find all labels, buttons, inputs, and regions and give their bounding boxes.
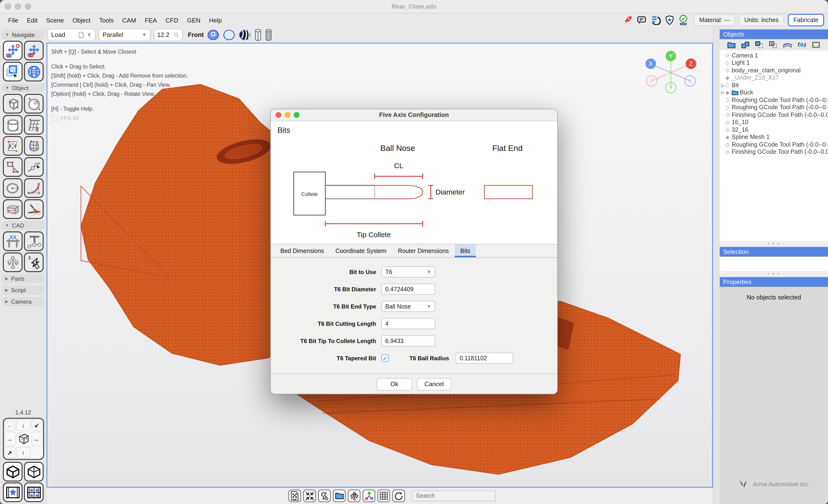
visibility-diamond-icon[interactable]: ◇ <box>726 67 732 74</box>
object-item[interactable]: ◈_Under_Z10_X17 <box>720 74 828 81</box>
cancel-button[interactable]: Cancel <box>417 378 451 390</box>
visibility-diamond-icon[interactable]: ◇ <box>726 97 732 103</box>
duplicate-icon[interactable] <box>755 41 763 48</box>
primitive-shapes-tool-button[interactable] <box>3 157 23 177</box>
tab-bed-dimensions[interactable]: Bed Dimensions <box>275 244 330 257</box>
quad-view-button[interactable] <box>24 482 44 502</box>
visibility-diamond-icon[interactable]: ◇ <box>726 149 732 155</box>
cylinder-tool-button[interactable] <box>3 115 23 135</box>
expander-icon[interactable]: ▷ <box>721 83 726 88</box>
properties-panel-header[interactable]: Properties <box>720 277 828 287</box>
object-item[interactable]: ◇Camera 1 <box>720 52 828 59</box>
polyline-edit-tool-button[interactable] <box>24 157 44 177</box>
reload-list-icon[interactable] <box>651 15 661 25</box>
menu-item-gen[interactable]: GEN <box>182 16 205 24</box>
marquee-select-tool-button[interactable] <box>3 62 23 81</box>
menu-item-file[interactable]: File <box>4 16 23 24</box>
cylinder-solid-icon[interactable] <box>265 29 272 41</box>
shaded-view-icon[interactable] <box>207 29 219 40</box>
window-titlebar[interactable]: Rear_Clam.ads <box>0 0 828 13</box>
visibility-diamond-icon[interactable]: ◇ <box>726 60 732 66</box>
grid-plane-tool-button[interactable] <box>24 115 44 135</box>
view-down-left-arrow[interactable]: ↙ <box>31 419 42 431</box>
single-view-button[interactable] <box>3 482 23 502</box>
mirror-disabled-button[interactable] <box>348 490 360 502</box>
object-item[interactable]: ◇body_rear_clam_origional <box>720 67 828 74</box>
object-item[interactable]: ◇Finishing GCode Tool Path (-0.0--0.0) <box>720 111 828 119</box>
refresh-button[interactable] <box>392 490 405 502</box>
fabricate-button[interactable]: Fabricate <box>788 14 824 26</box>
box-tool-button[interactable] <box>3 94 23 114</box>
visibility-diamond-icon[interactable]: ◇ <box>726 127 732 133</box>
tab-coordinate-system[interactable]: Coordinate System <box>330 244 392 257</box>
menu-item-object[interactable]: Object <box>68 16 95 24</box>
surface-roller-5-tool-button[interactable]: 5 <box>24 252 44 272</box>
visibility-diamond-icon[interactable]: ◇ <box>726 119 732 126</box>
visibility-diamond-icon[interactable]: ◈ <box>726 134 732 140</box>
menu-item-fea[interactable]: FEA <box>140 16 161 24</box>
view-left2-arrow[interactable]: ← <box>31 432 42 446</box>
comments-icon[interactable] <box>637 15 647 25</box>
view-up-arrow[interactable]: ↑ <box>16 447 31 459</box>
menu-item-help[interactable]: Help <box>205 16 226 24</box>
ball-radius-input[interactable] <box>456 352 513 364</box>
camera-object-tool-button[interactable] <box>3 199 23 219</box>
center-view-button[interactable] <box>303 490 316 502</box>
dialog-titlebar[interactable]: Five Axis Configuration <box>271 109 557 121</box>
visibility-diamond-icon[interactable]: ◇ <box>726 141 732 148</box>
minimize-window-icon[interactable] <box>15 3 21 10</box>
sidebar-section-navigate[interactable]: ▼Navigate <box>2 30 45 39</box>
sidebar-section-parts[interactable]: ▶Parts <box>2 274 45 283</box>
sidebar-section-script[interactable]: ▶Script <box>2 286 45 295</box>
lathe-tool-button[interactable] <box>24 136 44 156</box>
tab-bits[interactable]: Bits <box>454 244 476 257</box>
sidebar-section-cad[interactable]: ▼CAD <box>2 221 45 230</box>
units-button[interactable]: Units: inches <box>739 14 784 26</box>
sphere-tool-button[interactable] <box>24 94 44 114</box>
snap-cursor-button[interactable] <box>318 490 331 502</box>
folder-icon[interactable] <box>728 41 736 48</box>
dialog-zoom-icon[interactable] <box>294 112 299 118</box>
cylinder-outline-icon[interactable] <box>254 29 262 41</box>
texture-file-button[interactable] <box>288 490 301 502</box>
bezier-curve-tool-button[interactable] <box>24 178 44 198</box>
object-item[interactable]: ◇32_16 <box>720 126 828 133</box>
view-cube-icon[interactable] <box>16 432 31 446</box>
group-icon[interactable] <box>741 41 749 48</box>
wireframe-view-icon[interactable] <box>223 29 235 40</box>
bit-end-type-select[interactable]: Ball Nose▼ <box>381 301 435 312</box>
text-path-tool-button[interactable] <box>24 232 44 251</box>
delete-xx-tool-button[interactable]: XX <box>3 232 23 251</box>
shield-star-icon[interactable] <box>665 15 674 25</box>
menu-item-cam[interactable]: CAM <box>118 16 140 24</box>
visibility-diamond-icon[interactable]: ◇ <box>726 52 732 59</box>
tab-router-dimensions[interactable]: Router Dimensions <box>392 244 455 257</box>
material-button[interactable]: Material: --- <box>694 14 735 26</box>
instance-icon[interactable] <box>769 41 777 48</box>
objects-panel-header[interactable]: Objects <box>720 29 828 39</box>
menu-item-edit[interactable]: Edit <box>23 16 42 24</box>
ruled-plane-tool-button[interactable] <box>3 136 23 156</box>
visibility-diamond-icon[interactable]: ◈ <box>726 90 732 96</box>
bit-diameter-input[interactable] <box>381 284 435 295</box>
menu-item-cfd[interactable]: CFD <box>161 16 182 24</box>
load-dropdown[interactable]: Load ▼ <box>47 29 95 41</box>
visibility-diamond-icon[interactable]: ◇ <box>726 112 732 118</box>
panel-resize-grip[interactable]: • • • <box>720 241 828 247</box>
cube-solid-button[interactable] <box>3 462 23 481</box>
object-item[interactable]: ▷◇Bit <box>720 81 828 89</box>
sidebar-section-object[interactable]: ▼Object <box>2 83 45 92</box>
object-item[interactable]: ◇Roughing GCode Tool Path (-0.0--0.0) <box>720 96 828 104</box>
visibility-diamond-icon[interactable]: ◈ <box>726 75 732 81</box>
folder-button[interactable] <box>333 490 345 502</box>
view-down-arrow[interactable]: ↓ <box>16 419 31 431</box>
object-item[interactable]: ◇Finishing GCode Tool Path (-0.0--0.0) <box>720 148 828 156</box>
bit-tip-to-collete-input[interactable] <box>381 335 435 346</box>
view-right-arrow[interactable]: → <box>4 432 15 446</box>
object-item[interactable]: ▷◈Buck <box>720 89 828 96</box>
dialog-close-icon[interactable] <box>276 112 281 118</box>
verified-check-icon[interactable] <box>679 15 688 26</box>
orbit-globe-tool-button[interactable] <box>24 62 44 81</box>
ok-button[interactable]: Ok <box>377 378 412 390</box>
object-item[interactable]: ◇Roughing GCode Tool Path (-0.0--0.0) <box>720 104 828 111</box>
